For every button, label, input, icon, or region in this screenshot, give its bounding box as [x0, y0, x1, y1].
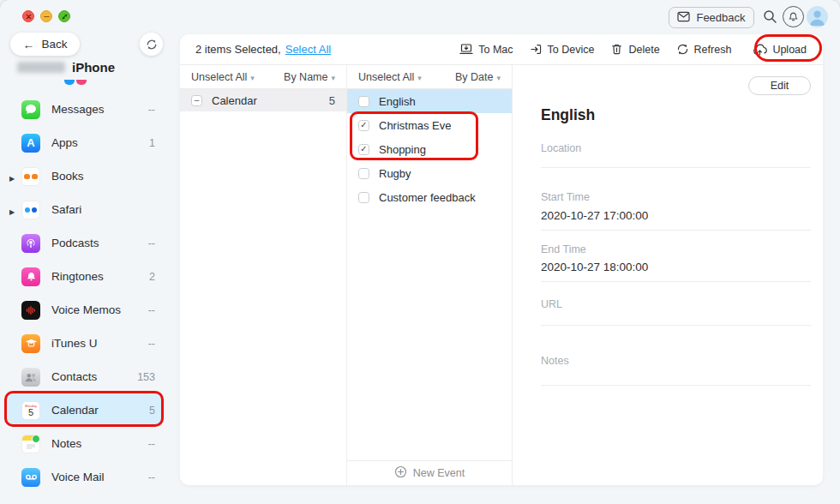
contacts-icon — [21, 368, 40, 387]
url-label: URL — [541, 298, 811, 310]
sidebar-item-count: 153 — [137, 371, 164, 383]
refresh-button[interactable]: Refresh — [676, 43, 732, 56]
event-row-christmas-eve[interactable]: Christmas Eve — [347, 113, 512, 137]
event-row-english[interactable]: English — [347, 89, 512, 113]
sidebar-item-voice-memos[interactable]: Voice Memos -- — [7, 293, 164, 327]
selection-toolbar: 2 items Selected, Select All To Mac To D… — [180, 34, 823, 65]
user-avatar[interactable] — [807, 6, 828, 27]
refresh-icon — [676, 43, 689, 56]
sidebar-item-label: iTunes U — [51, 337, 98, 350]
sidebar-item-voice-mail[interactable]: Voice Mail -- — [7, 460, 164, 494]
sidebar-item-label: Podcasts — [51, 237, 99, 249]
group-row-label: Calendar — [212, 94, 257, 107]
sidebar-item-label: Safari — [51, 203, 81, 216]
sidebar-item-contacts[interactable]: Contacts 153 — [7, 360, 164, 393]
event-row-label: English — [379, 95, 416, 108]
events-column-header: Unselect All By Date — [347, 65, 512, 89]
sidebar-item-label: Contacts — [51, 370, 97, 383]
field-divider — [541, 385, 811, 386]
sidebar-item-itunes-u[interactable]: iTunes U -- — [7, 327, 164, 360]
checkbox-checked[interactable] — [358, 144, 369, 155]
sidebar-item-safari[interactable]: Safari — [7, 193, 164, 226]
itunes-u-icon — [21, 334, 40, 353]
podcasts-icon — [21, 234, 40, 253]
search-icon[interactable] — [762, 9, 777, 27]
sidebar-item-calendar[interactable]: Monday 5 Calendar 5 — [7, 393, 164, 427]
event-row-label: Customer feedback — [379, 191, 476, 204]
checkbox-unchecked[interactable] — [358, 192, 369, 203]
groups-column: Unselect All By Name Calendar 5 — [180, 65, 347, 485]
sidebar-item-podcasts[interactable]: Podcasts -- — [7, 226, 164, 260]
delete-label: Delete — [628, 44, 659, 56]
voice-mail-icon — [21, 468, 40, 487]
sidebar-item-label: Voice Mail — [51, 471, 105, 483]
new-event-button[interactable]: New Event — [347, 460, 512, 485]
to-device-button[interactable]: To Device — [530, 43, 595, 56]
unselect-all-dropdown[interactable]: Unselect All — [191, 71, 255, 83]
sidebar-item-count: -- — [148, 104, 164, 116]
event-title: English — [541, 106, 811, 124]
refresh-label: Refresh — [694, 44, 732, 56]
indeterminate-checkbox[interactable] — [191, 95, 202, 106]
sort-by-name-dropdown[interactable]: By Name — [284, 71, 335, 83]
envelope-icon — [677, 11, 690, 25]
event-row-label: Christmas Eve — [379, 119, 452, 132]
minimize-window-icon[interactable] — [40, 10, 52, 22]
sidebar-item-count: -- — [148, 237, 164, 249]
notes-icon — [21, 435, 40, 453]
edit-button[interactable]: Edit — [748, 76, 811, 95]
sidebar-item-count: -- — [148, 438, 164, 450]
plus-circle-icon — [394, 465, 407, 481]
select-all-link[interactable]: Select All — [285, 43, 331, 56]
end-time-value: 2020-10-27 18:00:00 — [541, 261, 811, 273]
notifications-bell-icon[interactable] — [783, 6, 804, 27]
voice-memos-icon — [21, 301, 40, 320]
sidebar-item-label: Apps — [51, 136, 78, 149]
sidebar-item-count: -- — [148, 338, 164, 350]
sidebar-item-count: 2 — [149, 271, 164, 283]
disclosure-triangle-icon[interactable] — [9, 169, 15, 184]
sidebar-item-count: 5 — [149, 405, 164, 417]
close-window-icon[interactable] — [22, 10, 34, 22]
checkbox-checked[interactable] — [358, 120, 369, 131]
sidebar-item-books[interactable]: Books — [7, 159, 164, 193]
device-title: iPhone — [17, 60, 115, 75]
zoom-window-icon[interactable] — [58, 10, 70, 22]
sidebar-item-ringtones[interactable]: Ringtones 2 — [7, 260, 164, 293]
event-row-customer-feedback[interactable]: Customer feedback — [347, 185, 512, 209]
location-label: Location — [541, 142, 811, 154]
sidebar-item-label: Ringtones — [51, 270, 104, 283]
app-window: Feedback Back iPhone Messag — [0, 0, 840, 504]
sidebar-refresh-button[interactable] — [140, 33, 163, 56]
checkbox-unchecked[interactable] — [358, 168, 369, 179]
disclosure-triangle-icon[interactable] — [9, 202, 15, 218]
sidebar-item-label: Books — [51, 170, 84, 183]
group-row-count: 5 — [329, 94, 335, 107]
group-row-calendar[interactable]: Calendar 5 — [180, 89, 346, 111]
sidebar-item-notes[interactable]: Notes -- — [7, 427, 164, 460]
start-time-label: Start Time — [541, 191, 811, 203]
sidebar-item-apps[interactable]: A Apps 1 — [7, 126, 164, 159]
sort-by-date-dropdown[interactable]: By Date — [455, 71, 501, 83]
unselect-all-dropdown[interactable]: Unselect All — [358, 71, 422, 83]
sidebar-app-list: Messages -- A Apps 1 Books Safari Podcas… — [0, 93, 168, 494]
device-name-label: iPhone — [72, 60, 115, 75]
event-row-shopping[interactable]: Shopping — [347, 137, 512, 161]
notes-label: Notes — [541, 355, 811, 367]
feedback-button[interactable]: Feedback — [669, 7, 754, 28]
calendar-icon-day: 5 — [28, 408, 33, 417]
back-button[interactable]: Back — [10, 33, 80, 56]
event-row-rugby[interactable]: Rugby — [347, 161, 512, 185]
selection-count-text: 2 items Selected, — [195, 43, 281, 56]
sidebar-item-messages[interactable]: Messages -- — [7, 93, 164, 126]
checkbox-unchecked[interactable] — [358, 96, 369, 107]
delete-button[interactable]: Delete — [610, 43, 659, 56]
to-mac-button[interactable]: To Mac — [459, 43, 513, 56]
apps-icon: A — [21, 134, 40, 153]
event-row-label: Shopping — [379, 143, 426, 156]
toolbar-actions: To Mac To Device Delete — [459, 43, 812, 56]
sidebar-item-label: Voice Memos — [51, 303, 121, 316]
field-divider — [541, 230, 811, 231]
groups-column-header: Unselect All By Name — [180, 65, 346, 89]
upload-button[interactable]: Upload — [747, 44, 812, 56]
